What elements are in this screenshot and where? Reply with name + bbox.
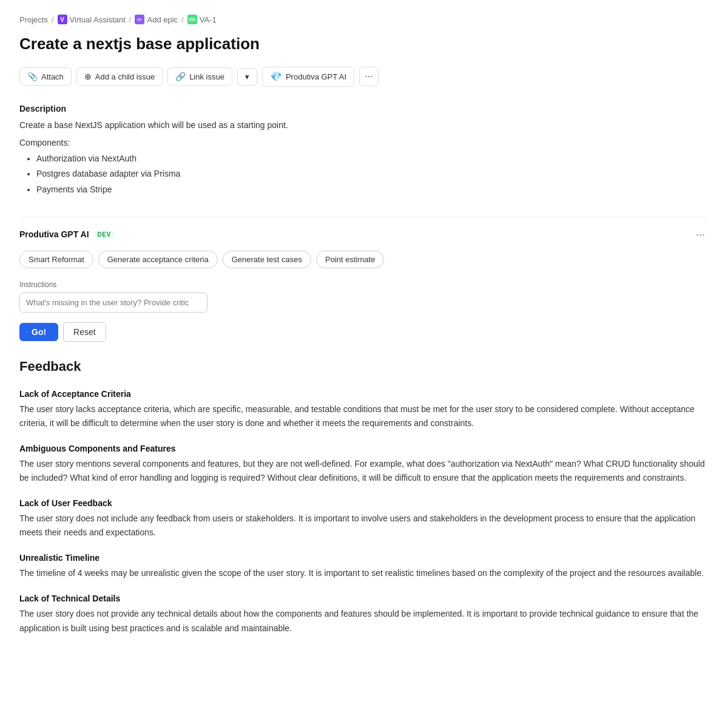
- feedback-item-4: Unrealistic Timeline The timeline of 4 w…: [19, 553, 709, 580]
- feedback-item-3: Lack of User Feedback The user story doe…: [19, 498, 709, 540]
- ai-panel-title: Produtiva GPT AI: [19, 229, 89, 239]
- feedback-item-2: Ambiguous Components and Features The us…: [19, 444, 709, 485]
- attach-label: Attach: [41, 72, 64, 81]
- breadcrumb-sep-3: /: [181, 15, 184, 24]
- produtiva-label: Produtiva GPT AI: [286, 72, 346, 81]
- feedback-item-title-3: Lack of User Feedback: [19, 498, 709, 508]
- description-section: Description Create a base NextJS applica…: [19, 104, 709, 197]
- dropdown-arrow-button[interactable]: ▾: [237, 68, 257, 86]
- list-item: Payments via Stripe: [36, 182, 709, 197]
- link-issue-label: Link issue: [189, 72, 224, 81]
- instructions-input[interactable]: [19, 293, 207, 313]
- breadcrumb-add-epic[interactable]: ✏ Add epic: [135, 15, 178, 24]
- ai-panel-more-button[interactable]: ···: [692, 227, 709, 242]
- more-icon: ···: [365, 71, 372, 81]
- feedback-item-title-4: Unrealistic Timeline: [19, 553, 709, 563]
- va-label: Virtual Assistant: [70, 15, 126, 24]
- generate-acceptance-criteria-button[interactable]: Generate acceptance criteria: [98, 251, 218, 268]
- projects-label: Projects: [19, 15, 48, 24]
- link-icon: 🔗: [175, 72, 186, 81]
- feedback-item-text-5: The user story does not provide any tech…: [19, 607, 709, 635]
- description-text: Create a base NextJS application which w…: [19, 118, 709, 132]
- feedback-item-title-5: Lack of Technical Details: [19, 594, 709, 603]
- feedback-item-1: Lack of Acceptance Criteria The user sto…: [19, 389, 709, 430]
- breadcrumb-sep-1: /: [52, 15, 54, 24]
- breadcrumb: Projects / V Virtual Assistant / ✏ Add e…: [19, 15, 709, 24]
- reset-button[interactable]: Reset: [63, 322, 106, 342]
- dev-badge: DEV: [94, 230, 115, 239]
- feedback-item-title-2: Ambiguous Components and Features: [19, 444, 709, 453]
- components-list: Authorization via NextAuth Postgres data…: [19, 151, 709, 197]
- gem-icon: 💎: [270, 71, 282, 83]
- ai-actions: Smart Reformat Generate acceptance crite…: [19, 251, 709, 268]
- feedback-item-text-1: The user story lacks acceptance criteria…: [19, 402, 709, 430]
- feedback-item-text-4: The timeline of 4 weeks may be unrealist…: [19, 566, 709, 580]
- page-title: Create a nextjs base application: [19, 34, 709, 55]
- produtiva-button[interactable]: 💎 Produtiva GPT AI: [262, 67, 354, 87]
- go-button[interactable]: Go!: [19, 323, 58, 341]
- description-heading: Description: [19, 104, 709, 113]
- feedback-item-5: Lack of Technical Details The user story…: [19, 594, 709, 635]
- generate-test-cases-button[interactable]: Generate test cases: [223, 251, 311, 268]
- link-issue-button[interactable]: 🔗 Link issue: [167, 67, 232, 86]
- add-child-label: Add a child issue: [95, 72, 155, 81]
- more-options-button[interactable]: ···: [359, 67, 378, 86]
- epic-label: Add epic: [147, 15, 178, 24]
- instructions-section: Instructions: [19, 280, 709, 313]
- chevron-down-icon: ▾: [245, 72, 249, 81]
- breadcrumb-sep-2: /: [129, 15, 132, 24]
- va-icon: V: [58, 15, 67, 24]
- add-child-issue-button[interactable]: ⊕ Add a child issue: [76, 67, 163, 86]
- va1-icon: VA: [187, 15, 197, 24]
- components-label: Components:: [19, 138, 709, 147]
- feedback-item-text-2: The user story mentions several componen…: [19, 457, 709, 485]
- feedback-item-text-3: The user story does not include any feed…: [19, 512, 709, 540]
- epic-icon: ✏: [135, 15, 144, 24]
- breadcrumb-virtual-assistant[interactable]: V Virtual Assistant: [58, 15, 126, 24]
- list-item: Postgres database adapter via Prisma: [36, 166, 709, 181]
- attach-button[interactable]: 📎 Attach: [19, 67, 72, 86]
- ai-panel-header: Produtiva GPT AI DEV ···: [19, 227, 709, 242]
- add-child-icon: ⊕: [84, 72, 92, 81]
- list-item: Authorization via NextAuth: [36, 151, 709, 166]
- va1-label: VA-1: [200, 15, 217, 24]
- smart-reformat-button[interactable]: Smart Reformat: [19, 251, 93, 268]
- toolbar: 📎 Attach ⊕ Add a child issue 🔗 Link issu…: [19, 67, 709, 87]
- ai-panel: Produtiva GPT AI DEV ··· Smart Reformat …: [19, 217, 709, 342]
- instructions-label: Instructions: [19, 280, 709, 289]
- breadcrumb-projects[interactable]: Projects: [19, 15, 48, 24]
- action-buttons-row: Go! Reset: [19, 322, 709, 342]
- feedback-item-title-1: Lack of Acceptance Criteria: [19, 389, 709, 399]
- attach-icon: 📎: [27, 72, 38, 81]
- feedback-title: Feedback: [19, 359, 709, 374]
- ai-panel-title-row: Produtiva GPT AI DEV: [19, 229, 115, 239]
- breadcrumb-va1[interactable]: VA VA-1: [187, 15, 217, 24]
- feedback-section: Feedback Lack of Acceptance Criteria The…: [19, 359, 709, 635]
- point-estimate-button[interactable]: Point estimate: [316, 251, 384, 268]
